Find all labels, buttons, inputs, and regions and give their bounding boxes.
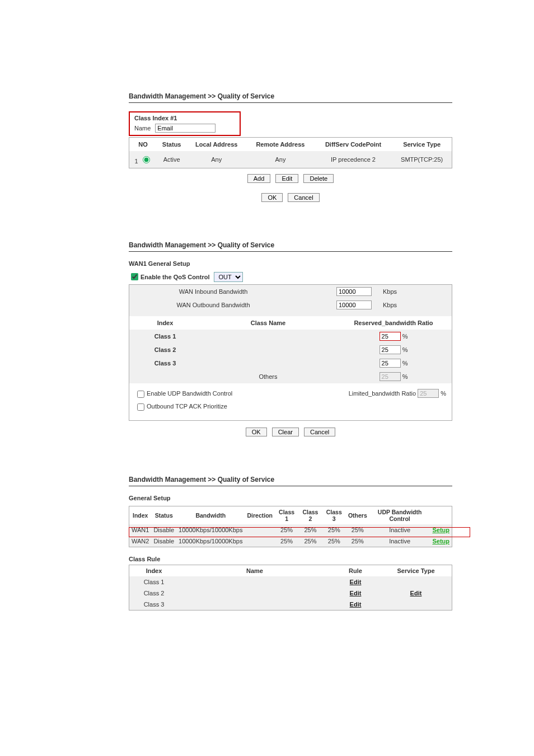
- table-row: 1 Active Any Any IP precedence 2 SMTP(TC…: [129, 151, 452, 168]
- setup-link-wan1[interactable]: Setup: [432, 527, 449, 533]
- table-row: Class 1 Edit Edit: [129, 576, 452, 588]
- row-index: WAN1: [129, 524, 152, 536]
- col-index: Index: [129, 506, 152, 525]
- service-edit-link[interactable]: Edit: [410, 590, 422, 597]
- general-setup-table: Index Status Bandwidth Direction Class 1…: [129, 506, 452, 547]
- col-name: Name: [179, 565, 331, 577]
- row-no: 1: [134, 158, 138, 165]
- enable-qos-label: Enable the QoS Control: [140, 274, 209, 280]
- percent-label: %: [441, 390, 446, 397]
- row-c1: 25%: [275, 536, 298, 547]
- col-rule: Rule: [331, 565, 380, 577]
- row-radio[interactable]: [143, 156, 150, 163]
- percent-label: %: [402, 360, 408, 367]
- tcp-ack-label: Outbound TCP ACK Prioritize: [147, 403, 227, 410]
- row-c2: 25%: [298, 524, 322, 536]
- ratio-input-others: [380, 372, 401, 381]
- row-index: Class 1: [129, 330, 201, 343]
- row-udp: Inactive: [369, 524, 430, 536]
- class-index-table: NO Status Local Address Remote Address D…: [129, 137, 452, 168]
- col-status: Status: [151, 506, 176, 525]
- ratio-input-2[interactable]: [380, 345, 401, 354]
- edit-link-class1[interactable]: Edit: [350, 579, 362, 585]
- row-c2: 25%: [298, 536, 322, 547]
- percent-label: %: [402, 333, 408, 340]
- edit-link-class2[interactable]: Edit: [350, 590, 362, 597]
- direction-select[interactable]: OUT: [214, 272, 243, 282]
- row-service: SMTP(TCP:25): [392, 151, 452, 168]
- row-c3: 25%: [322, 524, 346, 536]
- edit-button[interactable]: Edit: [275, 174, 298, 183]
- cancel-button[interactable]: Cancel: [304, 428, 335, 436]
- col-others: Others: [346, 506, 369, 525]
- row-name: [201, 356, 335, 370]
- row-status: Disable: [151, 536, 176, 547]
- row-status: Disable: [151, 524, 176, 536]
- udp-checkbox[interactable]: [137, 391, 144, 398]
- cancel-button[interactable]: Cancel: [288, 193, 319, 202]
- col-c1: Class 1: [275, 506, 298, 525]
- col-setup: [430, 506, 452, 525]
- inbound-input[interactable]: [336, 287, 372, 296]
- table-row: Class 2 %: [129, 343, 452, 356]
- kbps-label: Kbps: [383, 302, 397, 308]
- udp-label: Enable UDP Bandwidth Control: [147, 390, 232, 397]
- breadcrumb: Bandwidth Management >> Quality of Servi…: [129, 92, 452, 103]
- row-udp: Inactive: [369, 536, 430, 547]
- col-diffserv: DiffServ CodePoint: [315, 138, 392, 152]
- setup-link-wan2[interactable]: Setup: [432, 538, 449, 544]
- col-status: Status: [157, 138, 186, 152]
- name-input[interactable]: [155, 124, 216, 133]
- col-c2: Class 2: [298, 506, 322, 525]
- limited-input: [418, 389, 439, 398]
- ratio-input-3[interactable]: [380, 359, 401, 368]
- row-index: Class 3: [129, 599, 179, 611]
- tcp-ack-checkbox[interactable]: [137, 403, 144, 411]
- row-others: 25%: [346, 524, 369, 536]
- outbound-input[interactable]: [336, 300, 372, 309]
- inbound-label: WAN Inbound Bandwidth: [135, 288, 292, 295]
- col-c3: Class 3: [322, 506, 346, 525]
- col-service: Service Type: [380, 565, 452, 577]
- class-rule-title: Class Rule: [129, 556, 534, 562]
- row-remote: Any: [246, 151, 315, 168]
- class-rule-table: Index Name Rule Service Type Class 1 Edi…: [129, 565, 452, 611]
- table-row: Others %: [129, 370, 452, 383]
- wan-title: WAN1 General Setup: [129, 260, 534, 267]
- row-name: [179, 599, 331, 611]
- row-name: [201, 330, 335, 343]
- row-index: Class 2: [129, 588, 179, 599]
- col-local: Local Address: [186, 138, 246, 152]
- outbound-label: WAN Outbound Bandwidth: [135, 302, 292, 308]
- percent-label: %: [402, 373, 408, 380]
- row-bandwidth: 10000Kbps/10000Kbps: [176, 524, 245, 536]
- table-row: Class 1 %: [129, 330, 452, 343]
- row-direction: [245, 524, 275, 536]
- ratio-input-1[interactable]: [380, 332, 401, 341]
- col-bandwidth: Bandwidth: [176, 506, 245, 525]
- col-udp: UDP Bandwidth Control: [369, 506, 430, 525]
- breadcrumb: Bandwidth Management >> Quality of Servi…: [129, 241, 452, 252]
- ok-button[interactable]: OK: [246, 428, 267, 436]
- delete-button[interactable]: Delete: [303, 174, 334, 183]
- col-direction: Direction: [245, 506, 275, 525]
- table-row: WAN2 Disable 10000Kbps/10000Kbps 25% 25%…: [129, 536, 452, 547]
- enable-qos-checkbox[interactable]: [131, 273, 138, 280]
- add-button[interactable]: Add: [247, 174, 271, 183]
- row-name: [201, 343, 335, 356]
- col-index: Index: [129, 565, 179, 577]
- col-ratio: Reserved_bandwidth Ratio: [335, 316, 452, 330]
- class-index-title: Class Index #1: [134, 115, 204, 121]
- edit-link-class3[interactable]: Edit: [350, 601, 362, 608]
- general-setup-title: General Setup: [129, 495, 534, 501]
- row-local: Any: [186, 151, 246, 168]
- class-ratio-table: Index Class Name Reserved_bandwidth Rati…: [129, 316, 452, 383]
- row-c3: 25%: [322, 536, 346, 547]
- table-row: WAN1 Disable 10000Kbps/10000Kbps 25% 25%…: [129, 524, 452, 536]
- row-index: Class 1: [129, 576, 179, 588]
- limited-label: Limited_bandwidth Ratio: [349, 390, 416, 397]
- percent-label: %: [402, 346, 408, 353]
- ok-button[interactable]: OK: [261, 193, 283, 202]
- clear-button[interactable]: Clear: [272, 428, 299, 436]
- table-row: Class 3 %: [129, 356, 452, 370]
